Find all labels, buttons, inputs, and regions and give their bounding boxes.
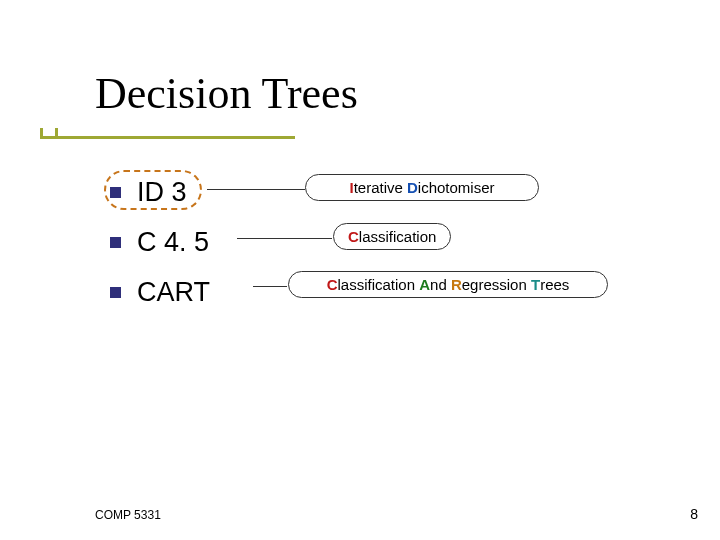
callout-char: D — [407, 179, 418, 196]
callout-text: ichotomiser — [418, 179, 495, 196]
callout-char: C — [327, 276, 338, 293]
square-bullet-icon — [110, 287, 121, 298]
footer-course-code: COMP 5331 — [95, 508, 161, 522]
bullet-label: CART — [137, 277, 210, 308]
connector-line — [237, 238, 332, 239]
title-underline — [40, 136, 295, 139]
slide-number: 8 — [690, 506, 698, 522]
list-item: C 4. 5 — [110, 223, 210, 261]
callout-text: nd — [430, 276, 451, 293]
callout-text: rees — [540, 276, 569, 293]
callout-char: T — [531, 276, 540, 293]
highlight-capsule — [104, 170, 202, 210]
callout-char: A — [419, 276, 430, 293]
callout-id3: Iterative Dichotomiser — [305, 174, 539, 201]
square-bullet-icon — [110, 237, 121, 248]
callout-cart: Classification And Regression Trees — [288, 271, 608, 298]
connector-line — [207, 189, 305, 190]
slide: Decision Trees ID 3 C 4. 5 CART Iterativ… — [0, 0, 720, 540]
callout-char: R — [451, 276, 462, 293]
callout-text: lassification — [338, 276, 420, 293]
slide-title: Decision Trees — [95, 68, 358, 119]
callout-text: lassification — [359, 228, 437, 245]
callout-char: C — [348, 228, 359, 245]
callout-text: terative — [354, 179, 407, 196]
bullet-label: C 4. 5 — [137, 227, 209, 258]
callout-c45: Classification — [333, 223, 451, 250]
callout-text: egression — [462, 276, 531, 293]
connector-line — [253, 286, 287, 287]
list-item: CART — [110, 273, 210, 311]
